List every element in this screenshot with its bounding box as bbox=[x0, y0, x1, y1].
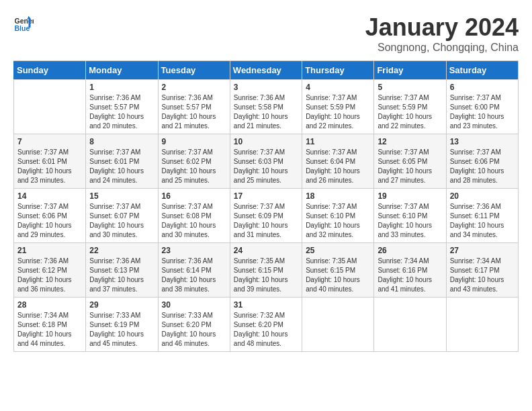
calendar-week-row: 7 Sunrise: 7:37 AM Sunset: 6:01 PM Dayli… bbox=[14, 134, 519, 189]
day-number: 9 bbox=[162, 137, 226, 146]
sunset-text: Sunset: 6:17 PM bbox=[450, 267, 500, 274]
day-info: Sunrise: 7:37 AM Sunset: 6:03 PM Dayligh… bbox=[234, 148, 298, 185]
daylight-text: Daylight: 10 hours and 33 minutes. bbox=[378, 222, 432, 238]
day-number: 13 bbox=[450, 137, 515, 146]
daylight-text: Daylight: 10 hours and 48 minutes. bbox=[234, 330, 288, 347]
day-number: 18 bbox=[306, 191, 370, 201]
daylight-text: Daylight: 10 hours and 23 minutes. bbox=[17, 167, 72, 184]
daylight-text: Daylight: 10 hours and 26 minutes. bbox=[306, 167, 360, 184]
daylight-text: Daylight: 10 hours and 22 minutes. bbox=[306, 113, 360, 130]
day-number: 30 bbox=[162, 300, 226, 310]
table-row: 6 Sunrise: 7:37 AM Sunset: 6:00 PM Dayli… bbox=[446, 80, 518, 134]
table-row: 9 Sunrise: 7:37 AM Sunset: 6:02 PM Dayli… bbox=[158, 134, 230, 189]
table-row: 15 Sunrise: 7:37 AM Sunset: 6:07 PM Dayl… bbox=[86, 189, 158, 243]
daylight-text: Daylight: 10 hours and 24 minutes. bbox=[89, 167, 144, 184]
daylight-text: Daylight: 10 hours and 21 minutes. bbox=[162, 113, 216, 130]
calendar-week-row: 28 Sunrise: 7:34 AM Sunset: 6:18 PM Dayl… bbox=[14, 298, 519, 352]
daylight-text: Daylight: 10 hours and 34 minutes. bbox=[450, 222, 504, 238]
day-info: Sunrise: 7:37 AM Sunset: 6:01 PM Dayligh… bbox=[89, 148, 154, 185]
sunrise-text: Sunrise: 7:35 AM bbox=[306, 257, 357, 265]
sunrise-text: Sunrise: 7:34 AM bbox=[17, 312, 69, 319]
daylight-text: Daylight: 10 hours and 25 minutes. bbox=[162, 167, 216, 184]
sunset-text: Sunset: 6:14 PM bbox=[162, 267, 212, 274]
sunrise-text: Sunrise: 7:36 AM bbox=[234, 94, 285, 101]
sunset-text: Sunset: 6:00 PM bbox=[450, 103, 500, 111]
table-row: 2 Sunrise: 7:36 AM Sunset: 5:57 PM Dayli… bbox=[158, 80, 230, 134]
table-row: 10 Sunrise: 7:37 AM Sunset: 6:03 PM Dayl… bbox=[230, 134, 302, 189]
sunrise-text: Sunrise: 7:36 AM bbox=[89, 94, 140, 101]
title-block: January 2024 Songnong, Chongqing, China bbox=[365, 13, 519, 54]
sunrise-text: Sunrise: 7:33 AM bbox=[162, 312, 213, 319]
sunrise-text: Sunrise: 7:36 AM bbox=[450, 203, 501, 210]
day-number: 26 bbox=[378, 246, 442, 255]
day-info: Sunrise: 7:36 AM Sunset: 5:58 PM Dayligh… bbox=[234, 93, 298, 131]
sunset-text: Sunset: 6:20 PM bbox=[162, 321, 212, 328]
daylight-text: Daylight: 10 hours and 21 minutes. bbox=[234, 113, 288, 130]
daylight-text: Daylight: 10 hours and 28 minutes. bbox=[450, 167, 504, 184]
sunset-text: Sunset: 6:06 PM bbox=[17, 212, 67, 220]
day-info: Sunrise: 7:36 AM Sunset: 6:13 PM Dayligh… bbox=[89, 257, 154, 294]
table-row: 16 Sunrise: 7:37 AM Sunset: 6:08 PM Dayl… bbox=[158, 189, 230, 243]
day-info: Sunrise: 7:37 AM Sunset: 6:04 PM Dayligh… bbox=[306, 148, 370, 185]
table-row: 29 Sunrise: 7:33 AM Sunset: 6:19 PM Dayl… bbox=[86, 298, 158, 352]
day-info: Sunrise: 7:35 AM Sunset: 6:15 PM Dayligh… bbox=[306, 257, 370, 294]
sunrise-text: Sunrise: 7:36 AM bbox=[162, 94, 213, 101]
daylight-text: Daylight: 10 hours and 27 minutes. bbox=[378, 167, 432, 184]
table-row: 26 Sunrise: 7:34 AM Sunset: 6:16 PM Dayl… bbox=[374, 243, 446, 298]
day-number: 6 bbox=[450, 83, 515, 92]
table-row: 27 Sunrise: 7:34 AM Sunset: 6:17 PM Dayl… bbox=[446, 243, 518, 298]
day-number: 14 bbox=[17, 191, 82, 201]
table-row: 21 Sunrise: 7:36 AM Sunset: 6:12 PM Dayl… bbox=[14, 243, 86, 298]
table-row: 25 Sunrise: 7:35 AM Sunset: 6:15 PM Dayl… bbox=[302, 243, 374, 298]
day-number: 25 bbox=[306, 246, 370, 255]
day-number: 19 bbox=[378, 191, 442, 201]
sunset-text: Sunset: 6:20 PM bbox=[234, 321, 283, 328]
day-info: Sunrise: 7:37 AM Sunset: 6:07 PM Dayligh… bbox=[89, 202, 154, 240]
logo-icon: General Blue bbox=[13, 13, 34, 34]
sunset-text: Sunset: 6:10 PM bbox=[306, 212, 355, 220]
sunset-text: Sunset: 6:11 PM bbox=[450, 212, 500, 220]
daylight-text: Daylight: 10 hours and 22 minutes. bbox=[378, 113, 432, 130]
day-info: Sunrise: 7:37 AM Sunset: 6:00 PM Dayligh… bbox=[450, 93, 515, 131]
calendar-table: Sunday Monday Tuesday Wednesday Thursday… bbox=[13, 60, 519, 352]
day-number: 3 bbox=[234, 83, 298, 92]
sunset-text: Sunset: 6:15 PM bbox=[234, 267, 283, 274]
day-number: 31 bbox=[234, 300, 298, 310]
day-number: 2 bbox=[162, 83, 226, 92]
calendar-week-row: 14 Sunrise: 7:37 AM Sunset: 6:06 PM Dayl… bbox=[14, 189, 519, 243]
svg-text:Blue: Blue bbox=[15, 24, 30, 32]
day-number: 7 bbox=[17, 137, 82, 146]
day-info: Sunrise: 7:36 AM Sunset: 5:57 PM Dayligh… bbox=[162, 93, 226, 131]
day-info: Sunrise: 7:37 AM Sunset: 6:01 PM Dayligh… bbox=[17, 148, 82, 185]
sunrise-text: Sunrise: 7:37 AM bbox=[89, 148, 140, 156]
table-row: 7 Sunrise: 7:37 AM Sunset: 6:01 PM Dayli… bbox=[14, 134, 86, 189]
table-row: 31 Sunrise: 7:32 AM Sunset: 6:20 PM Dayl… bbox=[230, 298, 302, 352]
header-monday: Monday bbox=[86, 61, 158, 80]
sunrise-text: Sunrise: 7:37 AM bbox=[89, 203, 140, 210]
day-number: 4 bbox=[306, 83, 370, 92]
table-row bbox=[14, 80, 86, 134]
calendar-subtitle: Songnong, Chongqing, China bbox=[365, 42, 519, 54]
header-saturday: Saturday bbox=[446, 61, 518, 80]
daylight-text: Daylight: 10 hours and 46 minutes. bbox=[162, 330, 216, 347]
header-friday: Friday bbox=[374, 61, 446, 80]
sunset-text: Sunset: 6:10 PM bbox=[378, 212, 427, 220]
sunrise-text: Sunrise: 7:34 AM bbox=[378, 257, 429, 265]
sunrise-text: Sunrise: 7:37 AM bbox=[234, 203, 285, 210]
sunset-text: Sunset: 6:01 PM bbox=[89, 158, 139, 165]
sunset-text: Sunset: 5:57 PM bbox=[162, 103, 212, 111]
table-row: 11 Sunrise: 7:37 AM Sunset: 6:04 PM Dayl… bbox=[302, 134, 374, 189]
day-info: Sunrise: 7:37 AM Sunset: 6:09 PM Dayligh… bbox=[234, 202, 298, 240]
day-number: 24 bbox=[234, 246, 298, 255]
table-row: 28 Sunrise: 7:34 AM Sunset: 6:18 PM Dayl… bbox=[14, 298, 86, 352]
day-info: Sunrise: 7:34 AM Sunset: 6:16 PM Dayligh… bbox=[378, 257, 442, 294]
table-row: 1 Sunrise: 7:36 AM Sunset: 5:57 PM Dayli… bbox=[86, 80, 158, 134]
day-info: Sunrise: 7:37 AM Sunset: 6:06 PM Dayligh… bbox=[450, 148, 515, 185]
day-number: 11 bbox=[306, 137, 370, 146]
sunrise-text: Sunrise: 7:37 AM bbox=[450, 148, 501, 156]
calendar-week-row: 1 Sunrise: 7:36 AM Sunset: 5:57 PM Dayli… bbox=[14, 80, 519, 134]
sunrise-text: Sunrise: 7:37 AM bbox=[17, 148, 69, 156]
daylight-text: Daylight: 10 hours and 29 minutes. bbox=[17, 222, 72, 238]
sunset-text: Sunset: 6:03 PM bbox=[234, 158, 283, 165]
sunset-text: Sunset: 6:15 PM bbox=[306, 267, 355, 274]
